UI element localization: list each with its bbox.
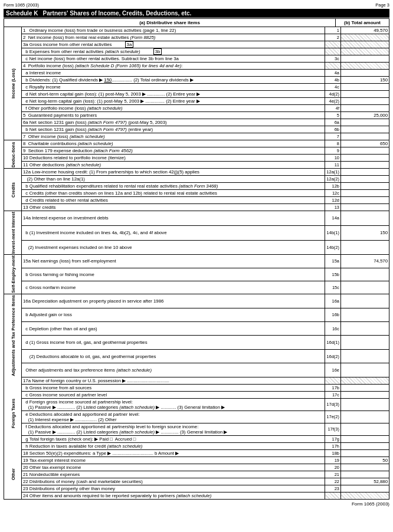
row-15c-amount (341, 281, 389, 294)
row-16c: c Depletion (other than oil and gas) 16c (4, 321, 389, 335)
row-3a-amount (341, 41, 389, 48)
row-12c-num: 12c (325, 190, 341, 197)
row-16a-amount (341, 294, 389, 308)
row-3a-num (325, 41, 341, 48)
row-4a: a Interest income 4a (4, 70, 389, 77)
invest-interest-label: Invest-ment Interest (4, 211, 22, 255)
row-15c: c Gross nonfarm income 15c (4, 281, 389, 294)
col-header-right: (b) Total amount (336, 19, 389, 27)
row-3a: 3a Gross income from other rental activi… (4, 41, 389, 48)
row-19-amount: 50 (341, 457, 389, 464)
row-4e: e Net long-term capital gain (loss): (1)… (4, 98, 389, 105)
row-4b-desc: b Dividends: (1) Qualified dividends ▶ 1… (22, 77, 325, 84)
row-12d: d Credits related to other rental activi… (4, 197, 389, 204)
credits-label: Credits (4, 169, 22, 211)
row-17a-desc: 17a Name of foreign country or U.S. poss… (22, 377, 325, 384)
row-2-num: 2 (325, 34, 341, 41)
row-10: 10 Deductions related to portfolio incom… (4, 155, 389, 162)
row-4a-amount (341, 70, 389, 77)
row-5-amount: 25,000 (341, 112, 389, 119)
row-14b1-amount: 150 (341, 225, 389, 240)
form-footer: Form 1065 (2003) (4, 501, 389, 507)
row-15c-num: 15c (325, 281, 341, 294)
row-14a-amount (341, 211, 389, 226)
row-14a-desc: 14a Interest expense on investment debts (22, 211, 325, 226)
row-19: 19 Tax-exempt interest income 19 50 (4, 457, 389, 464)
row-8: Deduc-tions 8 Charitable contributions (… (4, 140, 389, 147)
row-4f-desc: f Other portfolio income (loss) (attach … (22, 105, 325, 112)
row-8-num: 8 (325, 140, 341, 147)
row-21-desc: 21 Nondeductible expenses (22, 471, 325, 478)
row-2-amount (341, 34, 389, 41)
row-4c-desc: c Royalty income (22, 84, 325, 91)
row-16d1-amount (341, 336, 389, 349)
row-12c: c Credits (other than credits shown on l… (4, 190, 389, 197)
row-17c-amount (341, 391, 389, 398)
row-17a-amount (341, 377, 389, 384)
row-18: Other 18 Section 50(e)(2) expenditures: … (4, 449, 389, 457)
row-22-num: 22 (325, 478, 341, 485)
row-16c-amount (341, 321, 389, 335)
row-1-amount: 49,570 (341, 27, 389, 34)
row-3b-num (325, 48, 341, 55)
row-1-num: 1 (325, 27, 341, 34)
row-16b-desc: b Adjusted gain or loss (22, 308, 325, 321)
row-19-desc: 19 Tax-exempt interest income (22, 457, 325, 464)
row-16d1-num: 16d(1) (325, 336, 341, 349)
row-20-amount (341, 464, 389, 471)
row-13-amount (341, 204, 389, 211)
row-12a1-num: 12a(1) (325, 169, 341, 176)
row-20: 20 Other tax-exempt income 20 (4, 464, 389, 471)
row-12b: b Qualified rehabilitation expenditures … (4, 183, 389, 190)
row-9: 9 Section 179 expense deduction (attach … (4, 147, 389, 155)
row-17d: d Foreign gross income sourced at partne… (4, 398, 389, 411)
row-17c-num: 17c (325, 391, 341, 398)
row-16e: Other adjustments and tax preference ite… (4, 363, 389, 377)
row-16a-desc: 16a Depreciation adjustment on property … (22, 294, 325, 308)
row-14b2-desc: (2) Investment expenses included on line… (22, 240, 325, 255)
footer-form-ref: Form 1065 (2003) (352, 501, 389, 507)
row-6b-num: 6b (325, 126, 341, 133)
row-16e-desc: Other adjustments and tax preference ite… (22, 363, 325, 377)
row-4d-amount (341, 91, 389, 98)
row-14b1-desc: b (1) Investment income included on line… (22, 225, 325, 240)
row-16a-num: 16a (325, 294, 341, 308)
row-14b2: (2) Investment expenses included on line… (4, 240, 389, 255)
row-15a-desc: 15a Net earnings (loss) from self-employ… (22, 255, 325, 268)
col-header-left: (a) Distributive share items (4, 19, 336, 27)
row-15a: Self-Employ-ment 15a Net earnings (loss)… (4, 255, 389, 268)
self-employ-label: Self-Employ-ment (4, 255, 22, 294)
row-17b: b Gross income from all sources 17b (4, 384, 389, 391)
row-6a-num: 6a (325, 119, 341, 126)
schedule-title: Partners' Shares of Income, Credits, Ded… (42, 10, 191, 17)
row-17b-desc: b Gross income from all sources (22, 384, 325, 391)
row-14b1-num: 14b(1) (325, 225, 341, 240)
row-7-num: 7 (325, 133, 341, 140)
row-4: 4 Portfolio income (loss) (attach Schedu… (4, 63, 389, 70)
row-11-desc: 11 Other deductions (attach schedule) (22, 162, 325, 169)
row-14b2-num: 14b(2) (325, 240, 341, 255)
row-1-desc: 1 Ordinary income (loss) from trade or b… (22, 27, 325, 34)
column-headers: (a) Distributive share items (b) Total a… (4, 18, 389, 27)
income-loss-label: Income (Loss) (4, 27, 22, 140)
row-14b2-amount (341, 240, 389, 255)
row-6b-amount (341, 126, 389, 133)
row-7-amount (341, 133, 389, 140)
row-5-num: 5 (325, 112, 341, 119)
row-22: 22 Distributions of money (cash and mark… (4, 478, 389, 485)
row-16b: b Adjusted gain or loss 16b (4, 308, 389, 321)
row-17d-amount (341, 398, 389, 411)
row-18-num: 18b (325, 449, 341, 457)
row-17f-desc: f Deductions allocated and apportioned a… (22, 423, 325, 435)
row-16c-desc: c Depletion (other than oil and gas) (22, 321, 325, 335)
row-23-amount (341, 485, 389, 492)
row-3b-desc: b Expenses from other rental activities … (22, 48, 325, 55)
row-16d2-num: 16d(2) (325, 349, 341, 363)
row-4b: b Dividends: (1) Qualified dividends ▶ 1… (4, 77, 389, 84)
row-4d: d Net short-term capital gain (loss): (1… (4, 91, 389, 98)
row-16d2-desc: (2) Deductions allocable to oil, gas, an… (22, 349, 325, 363)
row-17e-num: 17e(2) (325, 411, 341, 423)
row-15c-desc: c Gross nonfarm income (22, 281, 325, 294)
row-14a-num: 14a (325, 211, 341, 226)
row-14a: Invest-ment Interest 14a Interest expens… (4, 211, 389, 226)
